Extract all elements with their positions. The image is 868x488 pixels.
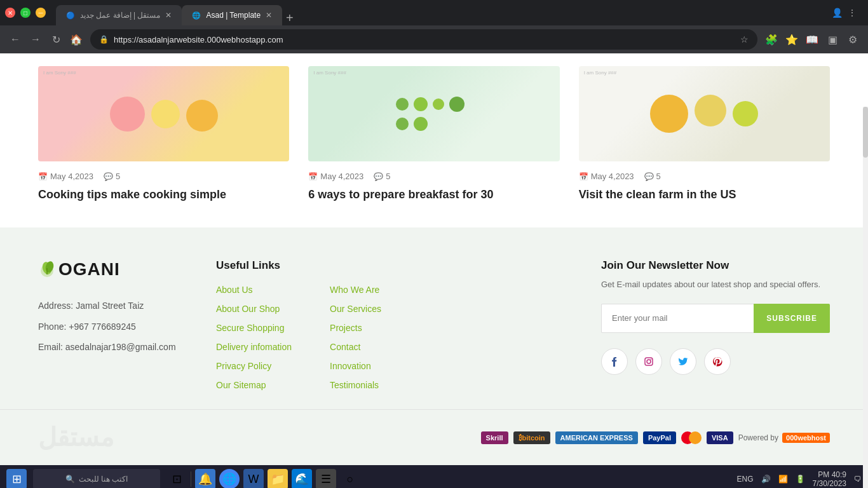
- taskbar-lang: ENG: [737, 475, 754, 484]
- reload-button[interactable]: ↻: [48, 32, 64, 47]
- blog-title-1[interactable]: Cooking tips make cooking simple: [38, 187, 289, 202]
- footer-email: Email: asedalnajar198@gmail.com: [38, 340, 191, 354]
- image-label-1: I am Sony ###: [43, 70, 76, 76]
- footer-link-services[interactable]: Our Services: [330, 304, 381, 314]
- footer-link-projects[interactable]: Projects: [330, 323, 381, 333]
- close-window-button[interactable]: ✕: [5, 8, 15, 18]
- profile-icon[interactable]: 👤: [832, 8, 843, 18]
- scrollbar[interactable]: [863, 107, 868, 488]
- instagram-icon[interactable]: [635, 348, 662, 375]
- tab-active[interactable]: 🌐 Asad | Template ✕: [182, 5, 282, 25]
- search-placeholder: اكتب هنا للبحث: [79, 475, 128, 484]
- blog-meta-1: 📅 May 4,2023 💬 5: [38, 172, 289, 181]
- menu-icon[interactable]: ⋮: [848, 8, 857, 18]
- image-label-3: I am Sony ###: [584, 70, 617, 76]
- footer-link-secure-shopping[interactable]: Secure Shopping: [216, 323, 292, 333]
- email-value: asedalnajar198@gmail.com: [65, 342, 176, 352]
- footer-links-col2: Who We Are Our Services Projects Contact…: [330, 285, 381, 390]
- calendar-icon-2: 📅: [308, 172, 318, 181]
- browser-window-controls: ✕ □ ─: [5, 8, 46, 18]
- sidebar-toggle-icon[interactable]: ▣: [825, 32, 840, 47]
- footer-phone: Phone: +967 776689245: [38, 320, 191, 334]
- start-button[interactable]: ⊞: [6, 469, 27, 488]
- phone-value: +967 776689245: [69, 322, 136, 332]
- forward-button[interactable]: →: [28, 32, 43, 47]
- pinterest-icon[interactable]: [704, 348, 731, 375]
- twitter-icon[interactable]: [670, 348, 696, 375]
- address-bar[interactable]: 🔒 https://asadalnjarwebsite.000webhostap…: [90, 29, 757, 50]
- svg-point-5: [647, 360, 651, 363]
- comment-icon-3: 💬: [644, 172, 654, 181]
- tab-label-active: Asad | Template: [206, 11, 261, 20]
- bookmark-icon[interactable]: ☆: [740, 34, 749, 44]
- favorites-icon[interactable]: ⭐: [784, 32, 799, 47]
- footer-link-sitemap[interactable]: Our Sitemap: [216, 380, 292, 390]
- footer-link-testimonials[interactable]: Testimonials: [330, 380, 381, 390]
- settings-icon[interactable]: ⚙: [845, 32, 860, 47]
- maximize-window-button[interactable]: □: [20, 8, 31, 18]
- taskbar-search-icon2[interactable]: ○: [340, 469, 360, 488]
- tab-inactive[interactable]: 🔵 مستقل | إضافة عمل جديد ✕: [56, 5, 182, 25]
- blog-title-3[interactable]: Visit the clean farm in the US: [579, 187, 830, 202]
- taskbar-search-btn[interactable]: 🔍 اكتب هنا للبحث: [33, 469, 160, 488]
- footer-link-delivery[interactable]: Delivery infomation: [216, 342, 292, 352]
- tab-favicon-inactive: 🔵: [66, 11, 75, 20]
- search-icon: 🔍: [65, 475, 75, 484]
- footer-logo: OGANI: [38, 259, 191, 280]
- taskbar-date-value: 7/30/2023: [813, 479, 846, 488]
- taskbar-notification-icon[interactable]: 🔔: [195, 469, 215, 488]
- subscribe-button[interactable]: SUBSCRIBE: [754, 304, 830, 333]
- facebook-icon[interactable]: [601, 348, 628, 375]
- footer-links-col1: About Us About Our Shop Secure Shopping …: [216, 285, 292, 390]
- visa-badge: VISA: [707, 431, 733, 444]
- mastercard-badge: [681, 431, 702, 444]
- minimize-window-button[interactable]: ─: [36, 8, 46, 18]
- blog-date-3: 📅 May 4,2023: [579, 172, 634, 181]
- footer-link-contact[interactable]: Contact: [330, 342, 381, 352]
- tab-close-inactive[interactable]: ✕: [165, 11, 172, 20]
- scrollbar-thumb[interactable]: [863, 107, 868, 158]
- new-tab-button[interactable]: +: [286, 11, 294, 25]
- blog-image-2: I am Sony ###: [308, 66, 559, 161]
- taskbar-time-value: PM 40:9: [813, 470, 846, 479]
- footer-newsletter: Join Our Newsletter Now Get E-mail updat…: [601, 259, 830, 390]
- taskbar-chrome-icon[interactable]: 🌐: [219, 469, 240, 488]
- browser-chrome: ✕ □ ─ 🔵 مستقل | إضافة عمل جديد ✕ 🌐 Asad …: [0, 0, 868, 53]
- footer-link-about-shop[interactable]: About Our Shop: [216, 304, 292, 314]
- newsletter-email-input[interactable]: [601, 304, 754, 333]
- taskbar-task-icon[interactable]: ☰: [316, 469, 336, 488]
- taskbar-notification-center[interactable]: 🗨: [854, 475, 862, 484]
- footer-link-about-us[interactable]: About Us: [216, 285, 292, 295]
- reading-view-icon[interactable]: 📖: [804, 32, 820, 47]
- browser-tabs: 🔵 مستقل | إضافة عمل جديد ✕ 🌐 Asad | Temp…: [50, 0, 828, 25]
- taskbar-word-icon[interactable]: W: [243, 469, 264, 488]
- address-label: Address:: [38, 301, 73, 311]
- address-value: Jamal Street Taiz: [76, 301, 144, 311]
- bitcoin-badge: ₿bitcoin: [513, 431, 550, 444]
- host-logo: 000webhost: [782, 433, 830, 443]
- footer-link-privacy[interactable]: Privacy Policy: [216, 361, 292, 371]
- blog-title-2[interactable]: 6 ways to prepare breakfast for 30: [308, 187, 559, 202]
- taskbar-edge-icon[interactable]: 🌊: [292, 469, 312, 488]
- footer-link-who-we-are[interactable]: Who We Are: [330, 285, 381, 295]
- svg-rect-4: [645, 358, 653, 365]
- home-button[interactable]: 🏠: [69, 32, 84, 47]
- footer-bottom: مستقل Skrill ₿bitcoin AMERICAN EXPRESS P…: [0, 409, 868, 465]
- blog-card-3: I am Sony ### 📅 May 4,2023 💬 5 Visit the…: [579, 66, 830, 202]
- tab-close-active[interactable]: ✕: [266, 11, 272, 20]
- blog-date-1: 📅 May 4,2023: [38, 172, 93, 181]
- taskbar-widget-icon[interactable]: ⊡: [166, 469, 187, 488]
- blog-card-1: I am Sony ### 📅 May 4,2023 💬 5 Cooking t…: [38, 66, 289, 202]
- blog-comments-3: 💬 5: [644, 172, 661, 181]
- blog-comments-1: 💬 5: [104, 172, 120, 181]
- taskbar-clock: PM 40:9 7/30/2023: [813, 470, 846, 488]
- footer-link-innovation[interactable]: Innovation: [330, 361, 381, 371]
- back-button[interactable]: ←: [8, 32, 23, 47]
- footer-address: Address: Jamal Street Taiz: [38, 299, 191, 313]
- extensions-icon[interactable]: 🧩: [764, 32, 779, 47]
- tab-favicon-active: 🌐: [192, 11, 201, 20]
- taskbar-files-icon[interactable]: 📁: [268, 469, 288, 488]
- blog-image-1: I am Sony ###: [38, 66, 289, 161]
- browser-toolbar: ← → ↻ 🏠 🔒 https://asadalnjarwebsite.000w…: [0, 25, 868, 53]
- page-content: I am Sony ### 📅 May 4,2023 💬 5 Cooking t…: [0, 53, 868, 465]
